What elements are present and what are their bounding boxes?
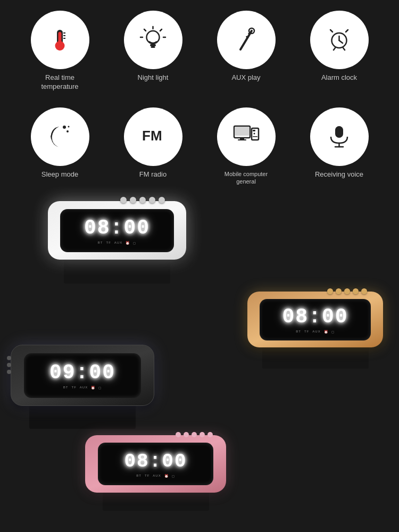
pink-btn: [176, 432, 181, 437]
pink-extra-label: ◻: [172, 474, 175, 478]
fm-radio-icon-circle: FM: [124, 107, 182, 166]
svg-rect-34: [253, 130, 255, 131]
gold-btn: [336, 288, 342, 294]
btn-dot: [149, 197, 155, 203]
feature-aux-play: AUX play: [202, 11, 290, 92]
svg-rect-32: [238, 139, 246, 140]
feature-mobile-computer: Mobile computer general: [202, 107, 290, 186]
gold-bt-label: BT: [296, 330, 301, 334]
alarm-icon: [325, 26, 354, 55]
pink-clock-group: 08:00 BT TF AUX ⏰ ◻: [85, 435, 226, 493]
gold-clock-group: 08:00 BT TF AUX ⏰ ◻: [247, 292, 383, 347]
svg-rect-7: [150, 44, 156, 46]
black-alarm-label: ⏰: [91, 386, 95, 389]
pink-btn: [192, 432, 197, 437]
pink-aux-label: AUX: [153, 474, 161, 478]
computer-icon: [231, 122, 261, 151]
gold-sub-row: BT TF AUX ⏰ ◻: [296, 330, 334, 334]
svg-rect-36: [253, 136, 257, 137]
sleep-mode-label: Sleep mode: [41, 170, 78, 179]
svg-line-20: [339, 40, 343, 43]
computer-label: Mobile computer general: [217, 170, 276, 186]
gold-mirror-screen: 08:00 BT TF AUX ⏰ ◻: [260, 299, 371, 340]
svg-line-22: [346, 30, 348, 32]
svg-line-23: [334, 48, 335, 50]
svg-point-26: [66, 130, 69, 132]
svg-rect-2: [59, 32, 62, 44]
black-side-btn: [7, 370, 11, 374]
pink-mirror-screen: 08:00 BT TF AUX ⏰ ◻: [98, 443, 213, 485]
feature-night-light: Night light: [109, 11, 197, 92]
gold-btn: [327, 288, 333, 294]
pink-time-display: 08:00: [124, 451, 187, 472]
bulb-icon: [138, 26, 168, 55]
gold-btn: [344, 288, 350, 294]
svg-point-6: [147, 31, 160, 44]
pink-sub-row: BT TF AUX ⏰ ◻: [136, 474, 174, 478]
white-extra-label: ◻: [133, 241, 136, 245]
aux-play-icon-circle: [217, 11, 276, 69]
svg-rect-37: [335, 126, 343, 138]
feature-receiving-voice: Receiving voice: [295, 107, 383, 186]
black-time-display: 09:00: [49, 361, 115, 384]
white-bt-label: BT: [98, 241, 103, 245]
alarm-label: Alarm clock: [321, 73, 357, 82]
svg-rect-8: [151, 46, 155, 48]
white-tf-label: TF: [106, 241, 111, 245]
night-light-icon-circle: [124, 11, 182, 69]
black-sub-row: BT TF AUX ⏰ ◻: [63, 386, 102, 389]
svg-text:FM: FM: [142, 128, 162, 144]
aux-icon: [231, 26, 261, 55]
white-aux-label: AUX: [114, 241, 122, 245]
white-time-display: 08:00: [84, 217, 150, 239]
pink-btn: [207, 432, 213, 437]
gold-time-display: 08:00: [282, 305, 348, 328]
gold-alarm-label: ⏰: [324, 330, 328, 334]
gold-aux-label: AUX: [312, 330, 320, 334]
btn-dot: [159, 197, 165, 203]
microphone-icon-circle: [310, 107, 369, 166]
btn-dot: [139, 197, 146, 203]
white-mirror-screen: 08:00 BT TF AUX ⏰ ◻: [60, 209, 173, 252]
thermometer-icon: [45, 26, 74, 55]
svg-rect-30: [235, 127, 249, 136]
black-mirror-screen: 09:00 BT TF AUX ⏰ ◻: [24, 353, 141, 398]
moon-icon: [45, 122, 74, 151]
white-top-buttons: [120, 197, 165, 203]
feature-alarm-clock: Alarm clock: [295, 11, 383, 92]
sleep-mode-icon-circle: [31, 107, 89, 166]
svg-line-16: [248, 33, 250, 35]
gold-clock-body: 08:00 BT TF AUX ⏰ ◻: [247, 292, 383, 347]
black-side-btn: [7, 356, 11, 360]
svg-line-24: [343, 48, 345, 50]
black-clock-body: 09:00 BT TF AUX ⏰ ◻: [11, 345, 154, 406]
feature-real-time-temperature: Real time temperature: [16, 11, 104, 92]
microphone-icon: [325, 122, 354, 151]
pink-alarm-label: ⏰: [164, 474, 169, 478]
pink-clock-body: 08:00 BT TF AUX ⏰ ◻: [85, 435, 226, 493]
pink-tf-label: TF: [145, 474, 149, 478]
gold-extra-label: ◻: [331, 330, 335, 334]
feature-sleep-mode: Sleep mode: [16, 107, 104, 186]
btn-dot: [120, 197, 127, 203]
gold-btn: [361, 288, 367, 294]
svg-line-11: [160, 29, 162, 31]
svg-line-17: [246, 36, 247, 38]
black-side-btn: [7, 363, 11, 367]
gold-top-buttons: [327, 288, 367, 294]
pink-bt-label: BT: [136, 474, 142, 478]
night-light-label: Night light: [138, 73, 169, 82]
computer-icon-circle: [217, 107, 276, 166]
feature-fm-radio: FM FM radio: [109, 107, 197, 186]
features-section-row1: Real time temperature Night light: [0, 0, 399, 97]
white-alarm-label: ⏰: [126, 241, 130, 245]
black-bt-label: BT: [63, 386, 69, 389]
white-clock-body: 08:00 BT TF AUX ⏰ ◻: [48, 201, 186, 260]
pink-btn: [200, 432, 205, 437]
receiving-voice-label: Receiving voice: [315, 170, 363, 179]
gold-tf-label: TF: [304, 330, 309, 334]
alarm-clock-icon-circle: [310, 11, 369, 69]
black-tf-label: TF: [71, 386, 76, 389]
temperature-icon-circle: [31, 11, 89, 69]
btn-dot: [130, 197, 136, 203]
